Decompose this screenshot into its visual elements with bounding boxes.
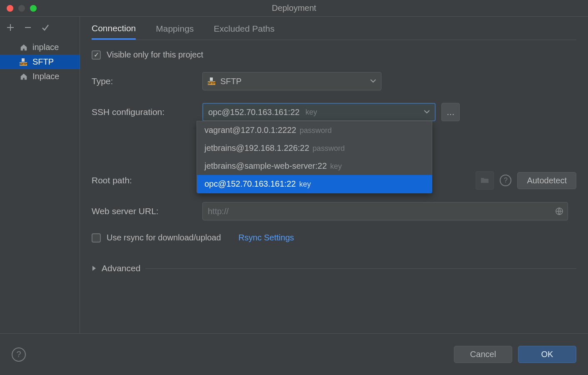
- ssh-option-value: vagrant@127.0.0.1:2222: [204, 125, 296, 135]
- web-url-row: Web server URL: http://: [92, 202, 576, 220]
- type-label: Type:: [92, 76, 197, 86]
- chevron-down-icon: [370, 79, 376, 83]
- titlebar: Deployment: [0, 0, 588, 17]
- svg-text:SFTP: SFTP: [20, 62, 27, 65]
- remove-icon[interactable]: [23, 23, 32, 32]
- server-item-inplace-2[interactable]: Inplace: [0, 69, 80, 84]
- rsync-checkbox[interactable]: [92, 233, 101, 242]
- type-select[interactable]: SFTP SFTP: [202, 72, 381, 90]
- divider: [145, 268, 576, 269]
- ssh-option-auth: key: [330, 162, 342, 171]
- ssh-select[interactable]: opc@152.70.163.161:22 key: [202, 103, 436, 121]
- ssh-option[interactable]: jetbrains@sample-web-server:22 key: [197, 157, 432, 175]
- home-icon: [19, 72, 28, 81]
- ssh-option-value: jetbrains@sample-web-server:22: [204, 161, 327, 171]
- type-value: SFTP: [220, 77, 242, 86]
- type-row: Type: SFTP SFTP: [92, 72, 576, 90]
- autodetect-button[interactable]: Autodetect: [517, 172, 576, 189]
- rsync-settings-link[interactable]: Rsync Settings: [239, 233, 294, 242]
- ssh-row: SSH configuration: opc@152.70.163.161:22…: [92, 103, 576, 121]
- ssh-dropdown: vagrant@127.0.0.1:2222 password jetbrain…: [197, 121, 432, 193]
- check-icon[interactable]: [41, 23, 50, 32]
- server-label: Inplace: [32, 72, 60, 81]
- server-label: inplace: [32, 42, 59, 52]
- server-list: inplace SFTP SFTP Inplace: [0, 40, 80, 333]
- ssh-option-auth: key: [299, 180, 311, 189]
- root-browse-button[interactable]: [476, 171, 494, 190]
- ssh-auth-hint: key: [305, 108, 317, 117]
- ssh-value: opc@152.70.163.161:22: [208, 108, 299, 117]
- main: inplace SFTP SFTP Inplace Connection Map…: [0, 17, 588, 333]
- server-label: SFTP: [32, 57, 54, 67]
- sidebar: inplace SFTP SFTP Inplace: [0, 17, 80, 333]
- footer: ? Cancel OK: [0, 333, 588, 375]
- ssh-option[interactable]: vagrant@127.0.0.1:2222 password: [197, 121, 432, 139]
- home-icon: [19, 43, 28, 52]
- help-icon[interactable]: ?: [500, 175, 511, 186]
- advanced-label: Advanced: [102, 263, 140, 273]
- ssh-option-auth: password: [299, 126, 331, 135]
- cancel-button[interactable]: Cancel: [454, 346, 512, 363]
- ssh-option-selected[interactable]: opc@152.70.163.161:22 key: [197, 175, 432, 193]
- server-item-sftp[interactable]: SFTP SFTP: [0, 55, 80, 69]
- rsync-row: Use rsync for download/upload Rsync Sett…: [92, 233, 576, 242]
- tab-mappings[interactable]: Mappings: [156, 18, 194, 39]
- ssh-label: SSH configuration:: [92, 107, 197, 117]
- sftp-icon: SFTP: [19, 58, 28, 67]
- chevron-right-icon: [92, 265, 97, 271]
- ssh-browse-button[interactable]: …: [441, 103, 460, 121]
- visible-row: Visible only for this project: [92, 50, 576, 60]
- globe-icon[interactable]: [555, 207, 563, 215]
- svg-text:SFTP: SFTP: [208, 82, 215, 85]
- advanced-section[interactable]: Advanced: [92, 255, 576, 273]
- web-url-input[interactable]: http://: [202, 202, 568, 220]
- server-item-inplace[interactable]: inplace: [0, 40, 80, 55]
- ssh-option-auth: password: [313, 144, 345, 153]
- ssh-option[interactable]: jetbrains@192.168.1.226:22 password: [197, 139, 432, 157]
- content: Connection Mappings Excluded Paths Visib…: [80, 17, 588, 333]
- svg-rect-1: [22, 58, 25, 62]
- visible-label: Visible only for this project: [107, 50, 203, 60]
- ssh-option-value: opc@152.70.163.161:22: [204, 179, 296, 189]
- ssh-option-value: jetbrains@192.168.1.226:22: [204, 143, 309, 153]
- window-title: Deployment: [0, 3, 588, 13]
- add-icon[interactable]: [6, 23, 15, 32]
- web-url-label: Web server URL:: [92, 206, 197, 216]
- web-url-value: http://: [208, 207, 229, 216]
- tab-connection[interactable]: Connection: [92, 18, 136, 40]
- ellipsis-icon: …: [446, 108, 455, 117]
- help-button[interactable]: ?: [12, 348, 26, 362]
- root-path-label: Root path:: [92, 175, 197, 185]
- rsync-label: Use rsync for download/upload: [107, 233, 221, 242]
- visible-checkbox[interactable]: [92, 50, 101, 60]
- sftp-icon: SFTP: [208, 78, 216, 85]
- svg-rect-4: [210, 78, 213, 81]
- tabs: Connection Mappings Excluded Paths: [92, 17, 576, 40]
- ok-button[interactable]: OK: [518, 346, 576, 363]
- sidebar-toolbar: [0, 17, 80, 40]
- tab-excluded-paths[interactable]: Excluded Paths: [214, 18, 274, 39]
- folder-icon: [481, 177, 489, 184]
- chevron-down-icon: [424, 110, 430, 114]
